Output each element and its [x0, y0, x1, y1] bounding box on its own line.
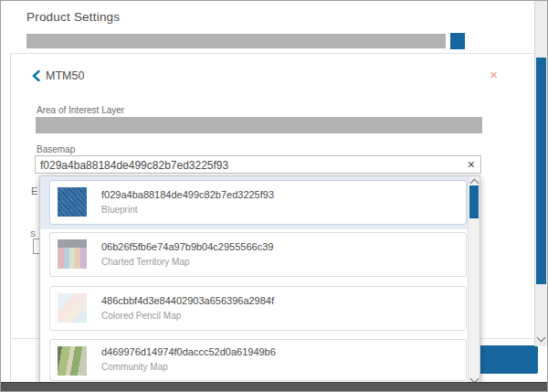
page-scrollbar-thumb[interactable] [536, 58, 546, 284]
basemap-option-name: Charted Territory Map [101, 257, 190, 267]
scroll-down-icon[interactable] [537, 334, 546, 343]
charted-territory-thumbnail-icon [58, 239, 87, 269]
back-button[interactable]: MTM50 [32, 69, 84, 82]
basemap-field-label: Basemap [37, 144, 75, 154]
page-title: Product Settings [26, 10, 120, 24]
basemap-input[interactable]: f029a4ba88184de499c82b7ed3225f93 × [35, 155, 481, 174]
hidden-label-fragment: S [30, 229, 36, 238]
close-icon[interactable]: × [490, 69, 498, 81]
window-bottom-bar [1, 382, 547, 391]
dropdown-scrollbar[interactable] [468, 176, 480, 386]
blueprint-thumbnail-icon [58, 187, 87, 217]
basemap-input-value: f029a4ba88184de499c82b7ed3225f93 [40, 159, 228, 172]
dropdown-scrollbar-thumb[interactable] [469, 185, 479, 218]
basemap-option[interactable]: d469976d14974f0daccc52d0a61949b6 Communi… [49, 339, 467, 381]
clear-input-icon[interactable]: × [468, 158, 475, 172]
chevron-left-icon [32, 70, 40, 81]
aoi-field-label: Area of Interest Layer [37, 105, 124, 115]
community-map-thumbnail-icon [58, 346, 87, 376]
basemap-option-id: 06b26f5fb6e74a97b9b04c2955566c39 [101, 241, 273, 252]
blue-handle[interactable] [450, 33, 465, 49]
product-name-label: MTM50 [46, 69, 84, 82]
basemap-option-id: f029a4ba88184de499c82b7ed3225f93 [101, 189, 274, 200]
hidden-label-fragment: E [31, 185, 37, 196]
browser-viewport: Product Settings MTM50 × Area of Interes… [0, 0, 548, 392]
basemap-dropdown: f029a4ba88184de499c82b7ed3225f93 Bluepri… [39, 175, 480, 387]
basemap-option-id: 486cbbf4d3e84402903a656396a2984f [101, 295, 274, 306]
basemap-option-name: Blueprint [101, 205, 137, 215]
basemap-option-name: Community Map [101, 362, 168, 372]
basemap-option[interactable]: f029a4ba88184de499c82b7ed3225f93 Bluepri… [49, 180, 467, 225]
basemap-option-id: d469976d14974f0daccc52d0a61949b6 [101, 346, 276, 357]
page-scrollbar[interactable] [534, 1, 547, 346]
redacted-settings-bar [26, 34, 446, 48]
aoi-field-redacted[interactable] [36, 117, 482, 133]
basemap-option[interactable]: 06b26f5fb6e74a97b9b04c2955566c39 Charted… [49, 232, 467, 277]
basemap-option[interactable]: 486cbbf4d3e84402903a656396a2984f Colored… [49, 286, 467, 331]
basemap-option-name: Colored Pencil Map [101, 311, 181, 321]
basemap-option-list: f029a4ba88184de499c82b7ed3225f93 Bluepri… [40, 176, 468, 386]
colored-pencil-thumbnail-icon [58, 293, 87, 323]
